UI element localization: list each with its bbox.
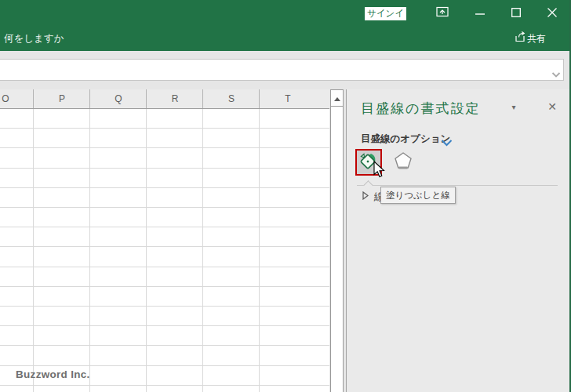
minimize-button[interactable] [471,0,489,26]
close-window-button[interactable] [544,0,561,26]
signin-button[interactable]: サインイン [365,7,406,20]
title-bar: サインイン 何をしますか 共有 [0,0,571,51]
expand-triangle-icon[interactable] [362,191,369,202]
column-header-s[interactable]: S [216,89,247,109]
tooltip: 塗りつぶしと線 [380,187,456,204]
excel-window: サインイン 何をしますか 共有 O P Q R S T [0,0,571,392]
effects-tab[interactable] [391,150,416,175]
mouse-cursor-icon [373,161,385,181]
scroll-up-button[interactable] [331,89,343,107]
close-icon: ✕ [547,100,557,113]
selected-tab-notch [363,180,373,191]
pane-menu-button[interactable]: ▾ [506,100,522,114]
column-header-t[interactable]: T [272,89,304,109]
vertical-scrollbar[interactable] [330,89,344,392]
pentagon-icon [393,151,413,174]
share-button[interactable]: 共有 [527,32,546,45]
share-icon [515,31,526,45]
ribbon-display-options-icon [436,5,449,20]
cell-value-buzzword: Buzzword Inc. [16,368,90,380]
pane-title: 目盛線の書式設定 [361,100,480,118]
column-header-r[interactable]: R [159,89,191,109]
formula-bar-expand-icon[interactable] [551,67,561,82]
close-icon [547,6,557,20]
column-header-p[interactable]: P [46,89,78,109]
column-header-o[interactable]: O [0,89,21,109]
gridline-options-header[interactable]: 目盛線のオプション [361,132,450,146]
tell-me-box[interactable]: 何をしますか [4,32,64,45]
column-header-row: O P Q R S T [0,89,329,109]
worksheet-grid[interactable]: Buzzword Inc. [0,109,329,392]
scroll-up-icon [334,97,340,101]
format-gridlines-pane: 目盛線の書式設定 ▾ ✕ 目盛線のオプション [346,89,571,392]
ribbon-display-options-button[interactable] [434,0,451,26]
section-chevron-down-icon[interactable] [441,136,453,150]
minimize-icon [475,6,485,20]
maximize-button[interactable] [507,0,525,26]
chevron-down-icon: ▾ [511,103,515,111]
tab-divider [357,185,558,186]
pane-close-button[interactable]: ✕ [544,99,560,114]
column-header-q[interactable]: Q [103,89,134,109]
maximize-icon [511,6,521,20]
formula-bar[interactable] [0,59,564,81]
